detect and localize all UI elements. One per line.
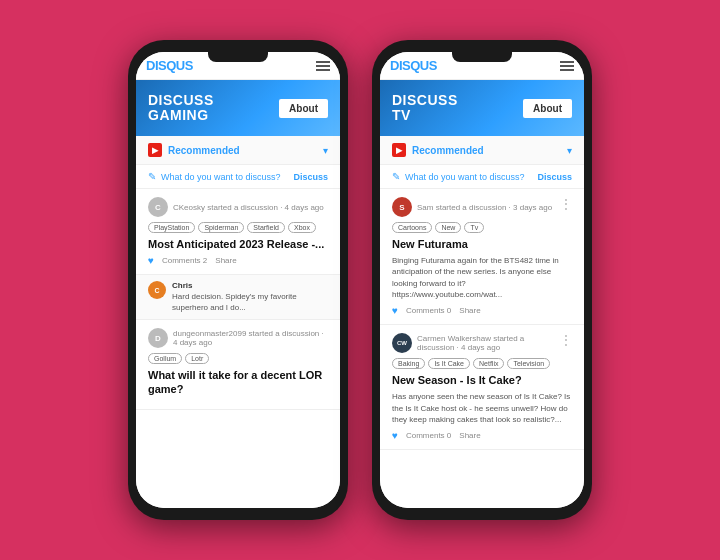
- meta-text: CKeosky started a discussion · 4 days ag…: [173, 203, 328, 212]
- comment-avatar: C: [148, 281, 166, 299]
- discuss-left: ✎ What do you want to discuss?: [392, 171, 525, 182]
- edit-icon: ✎: [148, 171, 156, 182]
- hamburger-menu[interactable]: [316, 61, 330, 71]
- phone-gaming: DISQUS DISCUSS GAMING About ▶ Recommende…: [128, 40, 348, 520]
- like-button[interactable]: ♥: [392, 430, 398, 441]
- tag: Tv: [464, 222, 484, 233]
- tag: Lotr: [185, 353, 209, 364]
- more-options-icon[interactable]: ⋮: [560, 333, 572, 347]
- tags: PlayStation Spiderman Starfield Xbox: [148, 222, 328, 233]
- recommended-bar[interactable]: ▶ Recommended ▾: [380, 136, 584, 165]
- more-options-icon[interactable]: ⋮: [560, 197, 572, 211]
- content-area: ▶ Recommended ▾ ✎ What do you want to di…: [136, 136, 340, 508]
- discussion-meta: CW Carmen Walkershaw started a discussio…: [392, 333, 572, 353]
- phone-tv: DISQUS DISCUSS TV About ▶ Recommended ▾: [372, 40, 592, 520]
- share-link[interactable]: Share: [215, 256, 236, 265]
- phone-notch: [208, 52, 268, 62]
- hero-title: DISCUSS GAMING: [148, 93, 214, 124]
- chevron-down-icon: ▾: [323, 145, 328, 156]
- discuss-left: ✎ What do you want to discuss?: [148, 171, 281, 182]
- tags: Baking Is It Cake Netflix Television: [392, 358, 572, 369]
- disqus-logo: DISQUS: [390, 58, 437, 73]
- actions: ♥ Comments 2 Share: [148, 255, 328, 266]
- avatar: D: [148, 328, 168, 348]
- meta-text: Sam started a discussion · 3 days ago: [417, 203, 555, 212]
- hamburger-menu[interactable]: [560, 61, 574, 71]
- discuss-bar: ✎ What do you want to discuss? Discuss: [136, 165, 340, 189]
- tag: Netflix: [473, 358, 504, 369]
- tag: PlayStation: [148, 222, 195, 233]
- about-button[interactable]: About: [523, 99, 572, 118]
- tag: Xbox: [288, 222, 316, 233]
- share-link[interactable]: Share: [459, 306, 480, 315]
- tags: Cartoons New Tv: [392, 222, 572, 233]
- like-button[interactable]: ♥: [148, 255, 154, 266]
- discussion-item: S Sam started a discussion · 3 days ago …: [380, 189, 584, 325]
- comment-text: Hard decision. Spidey's my favorite supe…: [172, 292, 328, 313]
- recommended-label: Recommended: [412, 145, 484, 156]
- tag: Baking: [392, 358, 425, 369]
- discussion-meta: D dungeonmaster2099 started a discussion…: [148, 328, 328, 348]
- tag: Cartoons: [392, 222, 432, 233]
- tag: Television: [507, 358, 550, 369]
- discussion-item: C CKeosky started a discussion · 4 days …: [136, 189, 340, 275]
- comment-author: Chris: [172, 281, 328, 290]
- avatar: C: [148, 197, 168, 217]
- rec-icon: ▶: [148, 143, 162, 157]
- actions: ♥ Comments 0 Share: [392, 430, 572, 441]
- discussion-item: CW Carmen Walkershaw started a discussio…: [380, 325, 584, 450]
- tag: New: [435, 222, 461, 233]
- like-button[interactable]: ♥: [392, 305, 398, 316]
- comment-preview: C Chris Hard decision. Spidey's my favor…: [136, 275, 340, 320]
- tag: Gollum: [148, 353, 182, 364]
- phone-screen-gaming: DISQUS DISCUSS GAMING About ▶ Recommende…: [136, 52, 340, 508]
- rec-icon: ▶: [392, 143, 406, 157]
- discussion-meta: C CKeosky started a discussion · 4 days …: [148, 197, 328, 217]
- discussion-body: Binging Futurama again for the BTS482 ti…: [392, 255, 572, 300]
- discussion-title[interactable]: New Season - Is It Cake?: [392, 373, 572, 387]
- hero-section: DISCUSS TV About: [380, 80, 584, 136]
- edit-icon: ✎: [392, 171, 400, 182]
- discussion-body: Has anyone seen the new season of Is It …: [392, 391, 572, 425]
- share-link[interactable]: Share: [459, 431, 480, 440]
- meta-text: dungeonmaster2099 started a discussion ·…: [173, 329, 328, 347]
- discuss-prompt: What do you want to discuss?: [405, 172, 525, 182]
- recommended-left: ▶ Recommended: [148, 143, 240, 157]
- discussion-item: D dungeonmaster2099 started a discussion…: [136, 320, 340, 410]
- discussion-title[interactable]: New Futurama: [392, 237, 572, 251]
- about-button[interactable]: About: [279, 99, 328, 118]
- actions: ♥ Comments 0 Share: [392, 305, 572, 316]
- phone-notch: [452, 52, 512, 62]
- discuss-button[interactable]: Discuss: [537, 172, 572, 182]
- tag: Spiderman: [198, 222, 244, 233]
- discuss-bar: ✎ What do you want to discuss? Discuss: [380, 165, 584, 189]
- comment-content: Chris Hard decision. Spidey's my favorit…: [172, 281, 328, 313]
- recommended-left: ▶ Recommended: [392, 143, 484, 157]
- meta-text: Carmen Walkershaw started a discussion ·…: [417, 334, 555, 352]
- recommended-bar[interactable]: ▶ Recommended ▾: [136, 136, 340, 165]
- comments-link[interactable]: Comments 0: [406, 306, 451, 315]
- discussion-title[interactable]: Most Anticipated 2023 Release -...: [148, 237, 328, 251]
- comments-link[interactable]: Comments 0: [406, 431, 451, 440]
- tag: Starfield: [247, 222, 285, 233]
- phone-screen-tv: DISQUS DISCUSS TV About ▶ Recommended ▾: [380, 52, 584, 508]
- avatar: S: [392, 197, 412, 217]
- hero-section: DISCUSS GAMING About: [136, 80, 340, 136]
- discussion-title[interactable]: What will it take for a decent LOR game?: [148, 368, 328, 397]
- discuss-button[interactable]: Discuss: [293, 172, 328, 182]
- discussion-meta: S Sam started a discussion · 3 days ago …: [392, 197, 572, 217]
- comments-link[interactable]: Comments 2: [162, 256, 207, 265]
- disqus-logo: DISQUS: [146, 58, 193, 73]
- tags: Gollum Lotr: [148, 353, 328, 364]
- tag: Is It Cake: [428, 358, 470, 369]
- avatar: CW: [392, 333, 412, 353]
- recommended-label: Recommended: [168, 145, 240, 156]
- chevron-down-icon: ▾: [567, 145, 572, 156]
- hero-title: DISCUSS TV: [392, 93, 458, 124]
- content-area: ▶ Recommended ▾ ✎ What do you want to di…: [380, 136, 584, 508]
- discuss-prompt: What do you want to discuss?: [161, 172, 281, 182]
